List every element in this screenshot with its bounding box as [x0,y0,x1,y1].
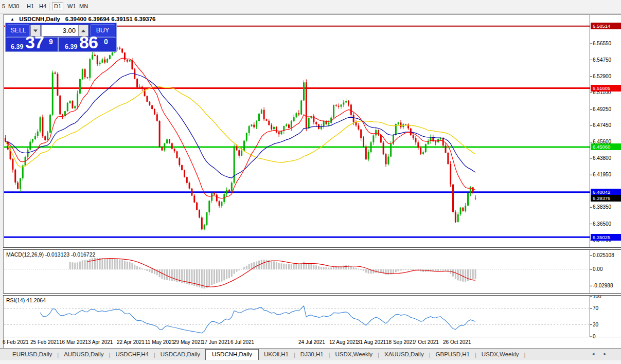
rsi-tick-label: 70 [593,305,598,311]
tab-usdcnh-daily-active[interactable]: USDCNH,Daily [205,349,259,360]
tab-ukoil-h1[interactable]: UKOil,H1 [259,350,294,359]
tab-audusd-daily[interactable]: AUDUSD,Daily [59,350,109,359]
application-window: 5 M30 H1 H4 D1 W1 MN ▲ USDCNH,Daily 6.39… [0,0,621,364]
current-price-label: 6.39376 [591,195,621,202]
date-tick-label: 3 Apr 2021 [88,339,113,345]
rsi-tick-label: 30 [593,322,598,327]
symbol-tabs: EURUSD,Daily| AUDUSD,Daily| USDCHF,H4| U… [7,349,525,360]
rsi-bottom-border [3,337,621,337]
date-tick-label: 17 Jun 2021 [202,339,230,345]
macd-rsi-divider[interactable] [3,293,621,296]
hline-price-label: 6.35025 [591,234,621,241]
date-tick-label: 31 Aug 2021 [357,339,386,345]
ask-price-prefix: 6.39 [65,43,77,50]
tab-usdx-weekly[interactable]: USDX,Weekly [330,350,378,359]
one-click-trade-panel: SELL 3.00 BUY 6.39 37 9 6.39 86 0 [5,23,117,52]
price-tick-label: 6.49250 [593,106,611,112]
date-tick-label: 26 Oct 2021 [443,339,471,345]
bid-price-box[interactable]: 6.39 37 9 [6,38,58,51]
ask-price-big: 86 [79,32,98,52]
price-tick-label: 6.38350 [593,204,611,210]
date-tick-label: 18 Sep 2021 [386,339,415,345]
date-tick-label: 16 Mar 2021 [59,339,88,345]
date-tick-label: 11 May 2021 [145,339,174,345]
chart-canvas[interactable] [0,0,621,364]
ask-price-sup: 0 [104,38,108,46]
volume-input[interactable]: 3.00 [41,25,79,37]
tab-scroll-right-icon[interactable]: ► [603,352,607,356]
tab-usdchf-h4[interactable]: USDCHF,H4 [110,350,154,359]
indicator-line [87,259,475,287]
price-tick-label: 6.41950 [593,172,611,177]
date-tick-label: 6 Jul 2021 [230,339,254,345]
price-tick-label: 6.56550 [593,41,611,46]
date-tick-label: 29 May 2021 [173,339,203,345]
tab-gbpusd-h1[interactable]: GBPUSD,H1 [431,350,475,359]
price-tick-label: 6.52900 [593,74,611,79]
macd-tick-label: 0.00 [593,266,602,272]
bid-price-sup: 9 [49,38,53,46]
bid-price-prefix: 6.39 [11,43,23,50]
ask-price-box[interactable]: 6.39 86 0 [59,38,116,51]
price-tick-label: 6.54750 [593,57,611,63]
tab-eurusd-daily[interactable]: EURUSD,Daily [7,350,57,359]
date-tick-label: 12 Aug 2021 [329,339,358,345]
macd-histogram [69,258,476,288]
rsi-indicator-label: RSI(14) 41.2064 [6,297,46,303]
tab-scroll-left-icon[interactable]: ◄ [591,352,595,356]
tab-usdx-weekly-2[interactable]: USDX,Weekly [476,350,524,359]
hline-price-label: 6.51605 [591,85,621,92]
tab-usdcad-daily[interactable]: USDCAD,Daily [155,350,205,359]
date-tick-label: 6 Feb 2021 [3,339,29,345]
hline-price-label: 6.45060 [591,143,621,150]
indicator-line [5,74,475,178]
price-tick-label: 6.47450 [593,122,611,128]
indicator-line [40,306,475,333]
macd-tick-label: 0.025108 [593,252,614,258]
indicator-line [5,58,475,198]
date-tick-label: 25 Feb 2021 [30,339,59,345]
hline-price-label: 6.58514 [591,23,621,29]
macd-indicator-label: MACD(12,26,9) -0.013123 -0.016722 [6,251,95,258]
date-tick-label: 24 Jul 2021 [298,339,325,345]
tab-xauusd-daily[interactable]: XAUUSD,Daily [379,350,429,359]
bid-price-big: 37 [25,32,44,52]
main-macd-divider[interactable] [3,247,621,250]
arrow-up-icon [81,29,85,32]
tab-dj30-h1[interactable]: DJ30,H1 [295,350,329,359]
date-tick-label: 7 Oct 2021 [414,339,439,345]
price-tick-label: 6.43800 [593,155,611,161]
indicator-line [5,86,475,167]
symbol-tab-bar: EURUSD,Daily| AUDUSD,Daily| USDCHF,H4| U… [0,348,621,360]
candlestick-series [5,46,476,230]
date-tick-label: 22 Apr 2021 [117,339,145,345]
macd-tick-label: -0.02988 [593,283,613,288]
price-tick-label: 6.36500 [593,221,611,227]
arrow-down-icon [33,29,38,32]
